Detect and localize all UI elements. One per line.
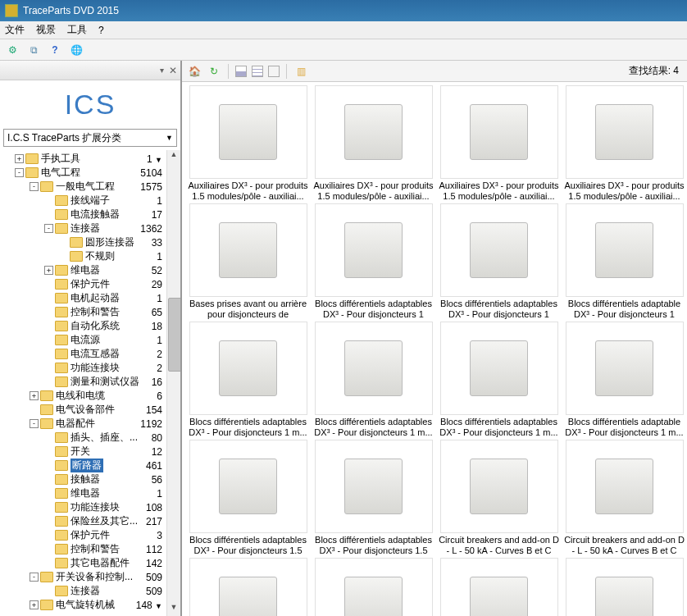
menu-tools[interactable]: 工具 — [67, 23, 87, 37]
tree-item[interactable]: -电器配件1192 — [2, 417, 180, 431]
expand-icon[interactable]: + — [15, 154, 24, 163]
tree-item-label: 控制和警告 — [71, 305, 120, 319]
product-card[interactable]: Circuit breakers and add-on DX- L - 50 k… — [311, 558, 436, 616]
globe-icon[interactable]: 🌐 — [69, 43, 84, 57]
product-card[interactable]: Circuit breakers and add-on D- L - 50 kA… — [436, 440, 562, 556]
tree-item[interactable]: 不规则1 — [2, 249, 180, 263]
tree-item[interactable]: 其它电器配件142 — [2, 556, 180, 570]
help-icon[interactable]: ? — [48, 43, 62, 57]
product-card[interactable]: Blocs différentiels adaptablesDX³ - Pour… — [311, 203, 436, 320]
view-detail-icon[interactable] — [268, 66, 280, 77]
product-card[interactable]: Auxiliaires DX³ - pour produits1.5 modul… — [436, 85, 562, 202]
expand-icon[interactable]: + — [44, 266, 53, 275]
tree-item[interactable]: 控制和警告65 — [2, 305, 180, 319]
category-dropdown[interactable]: I.C.S TraceParts 扩展分类 ▼ — [3, 129, 177, 147]
tree-item[interactable]: 断路器461 — [2, 459, 180, 472]
tree-item[interactable]: +电气旋转机械148 ▼ — [2, 598, 180, 612]
settings-icon[interactable]: ⚙ — [5, 43, 20, 57]
home-icon[interactable]: 🏠 — [187, 64, 202, 79]
product-card[interactable]: Blocs différentiels adaptablesDX³ - Pour… — [311, 440, 436, 556]
tree-item-label: 开关 — [71, 445, 90, 459]
tree-item-label: 插头、插座、... — [71, 431, 138, 445]
menu-help[interactable]: ? — [98, 25, 104, 36]
product-card[interactable]: Circuit breakers and add-on D- L - 50 kA… — [562, 440, 687, 556]
tree-item[interactable]: -开关设备和控制...509 — [2, 570, 180, 584]
menu-file[interactable]: 文件 — [5, 23, 25, 37]
expand-icon[interactable]: + — [30, 391, 39, 400]
tree-item[interactable]: 电机起动器1 — [2, 291, 180, 305]
product-card[interactable]: Blocs différentiels adaptablesDX³ - Pour… — [185, 440, 311, 556]
tree-item-label: 电气工程 — [41, 166, 80, 180]
view-toolbar: 🏠 ↻ ▥ 查找结果: 4 — [182, 61, 687, 82]
tree-item[interactable]: +电线和电缆6 — [2, 389, 180, 403]
tree-item[interactable]: 自动化系统18 — [2, 319, 180, 333]
product-card[interactable]: Auxiliaires DX³ - pour produits1.5 modul… — [311, 85, 436, 202]
tree-item-label: 电气旋转机械 — [56, 598, 115, 612]
product-card[interactable]: Circuit breakers and add-on DX- L - 50 k… — [185, 558, 311, 616]
scrollbar-thumb[interactable] — [168, 298, 180, 372]
tree-item-label: 断路器 — [71, 459, 103, 472]
tree-item[interactable]: +维电器52 — [2, 263, 180, 277]
product-caption: Blocs différentiels adaptablesDX³ - Pour… — [311, 299, 436, 320]
tree-item[interactable]: 维电器1 — [2, 486, 180, 500]
product-thumbnail — [440, 440, 558, 533]
scroll-up-icon[interactable]: ▲ — [167, 150, 180, 163]
product-caption: Blocs différentiels adaptableDX³ - Pour … — [562, 417, 687, 438]
tree-item[interactable]: 电流源1 — [2, 333, 180, 347]
product-card[interactable]: Blocs différentiels adaptableDX³ - Pour … — [562, 322, 687, 438]
diagram-icon[interactable]: ⧉ — [26, 43, 41, 57]
product-card[interactable]: Blocs différentiels adaptablesDX³ - Pour… — [185, 322, 311, 438]
tree-item-label: 不规则 — [85, 249, 115, 263]
tree-item[interactable]: 电气设备部件154 — [2, 403, 180, 417]
view-list-icon[interactable] — [235, 66, 247, 77]
sidebar-collapse-icon[interactable]: ▾ — [160, 66, 164, 75]
tree-item[interactable]: 功能连接块2 — [2, 361, 180, 375]
expand-icon[interactable]: - — [44, 224, 53, 233]
product-card[interactable]: Circuit breakers and add-on DX- L - 50 k… — [436, 558, 562, 616]
folder-icon — [55, 586, 68, 596]
tree-item[interactable]: -连接器1362 — [2, 221, 180, 235]
expand-icon[interactable]: - — [30, 573, 39, 582]
tree-item[interactable]: 接线端子1 — [2, 194, 180, 208]
product-thumbnail — [315, 322, 433, 415]
tree-item-label: 测量和测试仪器 — [71, 375, 139, 389]
refresh-icon[interactable]: ↻ — [207, 64, 221, 79]
expand-icon[interactable]: - — [30, 182, 39, 191]
expand-icon[interactable]: - — [15, 168, 24, 177]
product-card[interactable]: Blocs différentiels adaptablesDX³ - Pour… — [311, 322, 436, 438]
product-card[interactable]: Blocs différentiels adaptableDX³ - Pour … — [562, 203, 687, 320]
product-card[interactable]: Circuit breakers and add-on D- L - 50 kA… — [562, 558, 687, 616]
tree-item[interactable]: 测量和测试仪器16 — [2, 375, 180, 389]
menu-view[interactable]: 视景 — [36, 23, 56, 37]
tree-item[interactable]: 电流接触器17 — [2, 208, 180, 221]
tree-item[interactable]: 控制和警告112 — [2, 542, 180, 556]
tree-item[interactable]: 功能连接块108 — [2, 500, 180, 514]
product-card[interactable]: Bases prises avant ou arrièrepour disjon… — [185, 203, 311, 320]
tree-item[interactable]: 圆形连接器33 — [2, 235, 180, 249]
product-card[interactable]: Auxiliaires DX³ - pour produits1.5 modul… — [562, 85, 687, 202]
expand-icon[interactable]: - — [30, 419, 39, 428]
tree-item[interactable]: 接触器56 — [2, 472, 180, 486]
tree-item[interactable]: 连接器509 — [2, 584, 180, 598]
tree-item[interactable]: 插头、插座、...80 — [2, 431, 180, 445]
tree-item[interactable]: -一般电气工程1575 — [2, 180, 180, 194]
tree-item[interactable]: 保护元件3 — [2, 528, 180, 542]
tree-item[interactable]: -电气工程5104 — [2, 166, 180, 180]
tree-item[interactable]: 电流互感器2 — [2, 347, 180, 361]
tree-item[interactable]: 开关12 — [2, 445, 180, 459]
sidebar-close-icon[interactable]: ✕ — [169, 65, 177, 76]
folders-icon[interactable]: ▥ — [293, 64, 308, 79]
tree-item-label: 一般电气工程 — [56, 180, 115, 194]
tree-item-label: 接触器 — [71, 472, 100, 486]
tree-scrollbar[interactable]: ▲ ▼ — [166, 150, 180, 616]
product-card[interactable]: Blocs différentiels adaptablesDX³ - Pour… — [436, 322, 562, 438]
tree-item[interactable]: 保护元件29 — [2, 277, 180, 291]
expand-icon[interactable]: + — [30, 600, 39, 609]
tree-item[interactable]: +手执工具1 ▼ — [2, 152, 180, 166]
view-thumb-icon[interactable] — [252, 66, 263, 77]
product-card[interactable]: Blocs différentiels adaptablesDX³ - Pour… — [436, 203, 562, 320]
product-caption: Auxiliaires DX³ - pour produits1.5 modul… — [311, 180, 436, 202]
product-card[interactable]: Auxiliaires DX³ - pour produits1.5 modul… — [185, 85, 311, 202]
scroll-down-icon[interactable]: ▼ — [167, 603, 180, 616]
tree-item[interactable]: 保险丝及其它...217 — [2, 514, 180, 528]
